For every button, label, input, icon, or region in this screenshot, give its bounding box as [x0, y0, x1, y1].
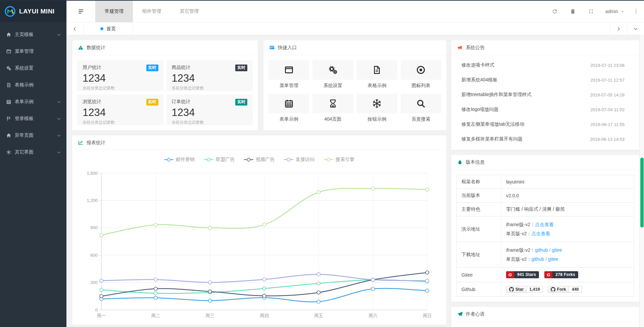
quick-entry-label: 百度搜索: [401, 116, 441, 122]
chevron-down-icon: [633, 27, 638, 31]
announcement-row-2[interactable]: 新增treetable插件和菜单管理样式 2019-07-05 14:28: [451, 87, 639, 102]
link-gitee[interactable]: gitee: [552, 247, 562, 253]
logo-icon: [4, 5, 16, 17]
link-github[interactable]: github: [531, 256, 544, 262]
announcement-row-0[interactable]: 修改选项卡样式 2019-07-11 23:06: [451, 58, 639, 73]
gitee-icon: G: [506, 271, 514, 278]
svg-text:周六: 周六: [368, 313, 378, 318]
version-label: 下载地址: [457, 242, 501, 268]
sidebar-item-5[interactable]: 登录模板: [0, 110, 66, 127]
quick-entry-label: 404页面: [312, 116, 353, 122]
tab-home[interactable]: 首页: [84, 23, 133, 35]
sidebar-item-label: 主页模板: [15, 32, 34, 38]
stat-card-0[interactable]: 用户统计 实时 1234 当前分类总记录数: [77, 60, 164, 91]
chevron-left-icon: [72, 27, 77, 31]
scrollbar-thumb[interactable]: [640, 158, 644, 228]
svg-text:周三: 周三: [205, 313, 214, 318]
link-点击查看[interactable]: 点击查看: [531, 231, 550, 236]
legend-item-4[interactable]: 搜索引擎: [324, 157, 354, 163]
quick-entry-5[interactable]: 404页面: [312, 94, 353, 122]
version-label: 框架名称: [457, 175, 501, 189]
sidebar-item-label: 表格示例: [15, 82, 34, 88]
chevron-down-icon: [57, 150, 61, 155]
github-badge[interactable]: Star1,419: [506, 286, 543, 293]
tab-operations-button[interactable]: [627, 23, 644, 35]
header-tab-2[interactable]: 其它管理: [170, 1, 208, 22]
announcement-text: 修改选项卡样式: [461, 62, 494, 68]
version-table: 框架名称layuimini当前版本v2.0.0主要特色零门槛 / 响应式 / 清…: [456, 175, 634, 297]
gitee-badge[interactable]: G941 Stars: [506, 271, 539, 278]
announcement-row-4[interactable]: 修复左侧菜单缩放tab无法移动 2019-06-17 11:55: [451, 117, 639, 132]
panel-version-info: 版本信息 框架名称layuimini当前版本v2.0.0主要特色零门槛 / 响应…: [451, 155, 639, 302]
status-badge: 实时: [146, 65, 158, 71]
link-github[interactable]: github: [535, 247, 548, 253]
stat-card-3[interactable]: 订单统计 实时 1234 当前分类总记录数: [166, 94, 253, 125]
announcement-row-3[interactable]: 修改logo缩放问题 2019-07-04 11:02: [451, 102, 639, 117]
panel-report-stats: 报表统计 邮件营销 联盟广告 视频广告 直接访问 搜索引擎03006009001…: [72, 135, 446, 325]
stat-card-1[interactable]: 商品统计 实时 1234 当前分类总记录数: [166, 60, 253, 91]
legend-item-0[interactable]: 邮件营销: [164, 157, 195, 163]
sidebar-item-7[interactable]: 其它界面: [0, 144, 66, 161]
announcement-row-5[interactable]: 修复多模块菜单栏展开有问题 2019-06-13 14:53: [451, 132, 639, 147]
chevron-right-icon: [616, 27, 621, 31]
status-badge: 实时: [235, 65, 247, 71]
megaphone-icon: [457, 45, 463, 50]
user-menu[interactable]: admin: [605, 9, 625, 14]
page-scrollbar[interactable]: [640, 35, 644, 327]
gitee-badge[interactable]: G278 Forks: [544, 271, 578, 278]
version-label: Github: [457, 282, 501, 297]
quick-entry-7[interactable]: 百度搜索: [401, 94, 441, 122]
panel-title: 版本信息: [466, 159, 485, 165]
version-label: Gitee: [457, 268, 501, 282]
version-row-6: GithubStar1,419Fork440: [457, 282, 634, 297]
app-logo[interactable]: LAYUI MINI: [0, 1, 66, 22]
sidebar-toggle-button[interactable]: [66, 1, 95, 22]
quick-entry-3[interactable]: 图标列表: [401, 60, 441, 89]
stat-cards: 用户统计 实时 1234 当前分类总记录数 商品统计 实时 1234 当前分类总…: [72, 55, 258, 130]
announcement-text: 修复多模块菜单栏展开有问题: [461, 136, 523, 142]
quick-entry-1[interactable]: 系统设置: [312, 60, 353, 89]
logo-text: LAYUI MINI: [19, 8, 55, 15]
sidebar-item-2[interactable]: 系统设置: [0, 60, 66, 77]
trash-icon[interactable]: [570, 8, 576, 14]
chart-line-icon: [78, 140, 84, 146]
gears-icon: [6, 66, 11, 71]
sidebar-item-6[interactable]: 异常页面: [0, 127, 66, 144]
sidebar-item-4[interactable]: 表单示例: [0, 93, 66, 110]
quick-entry-4[interactable]: 表单示例: [268, 94, 309, 122]
expand-icon[interactable]: [588, 8, 594, 14]
panel-title: 数据统计: [87, 45, 105, 51]
sidebar-item-1[interactable]: 菜单管理: [0, 43, 66, 60]
svg-text:周日: 周日: [423, 313, 432, 318]
stat-label: 订单统计: [172, 99, 191, 105]
refresh-icon[interactable]: [552, 8, 558, 14]
sidebar-item-0[interactable]: 主页模板: [0, 26, 66, 43]
header-tab-1[interactable]: 组件管理: [133, 1, 170, 22]
link-点击查看[interactable]: 点击查看: [535, 222, 554, 227]
stat-card-2[interactable]: 浏览统计 实时 1234 当前分类总记录数: [77, 94, 164, 125]
github-badge[interactable]: Fork440: [548, 286, 582, 293]
quick-entry-0[interactable]: 菜单管理: [268, 60, 309, 89]
hamburger-icon: [78, 8, 84, 15]
svg-text:周四: 周四: [260, 313, 269, 318]
panel-data-stats: 数据统计 用户统计 实时 1234 当前分类总记录数 商品统计 实时 1234 …: [72, 40, 258, 130]
panel-title: 快捷入口: [278, 45, 297, 51]
github-icon: [509, 287, 514, 292]
sidebar-item-3[interactable]: 表格示例: [0, 77, 66, 93]
sidebar-item-label: 表单示例: [15, 99, 34, 105]
chevron-down-icon: [57, 133, 61, 138]
quick-entry-2[interactable]: 表格示例: [357, 60, 397, 89]
tab-home-label: 首页: [106, 26, 116, 32]
more-menu-icon[interactable]: [633, 9, 639, 14]
announcement-row-1[interactable]: 新增系统404模板 2019-07-11 12:57: [451, 73, 639, 87]
svg-text:1,200: 1,200: [87, 198, 98, 203]
tab-scroll-right-button[interactable]: [610, 23, 627, 35]
legend-item-2[interactable]: 视频广告: [244, 157, 275, 163]
tab-scroll-left-button[interactable]: [66, 23, 84, 35]
header-tab-0[interactable]: 常规管理: [95, 1, 133, 22]
link-gitee[interactable]: gitee: [548, 256, 558, 262]
alert-triangle-icon: [78, 45, 84, 50]
legend-item-1[interactable]: 联盟广告: [204, 157, 235, 163]
legend-item-3[interactable]: 直接访问: [284, 157, 314, 163]
quick-entry-6[interactable]: 按钮示例: [357, 94, 397, 122]
